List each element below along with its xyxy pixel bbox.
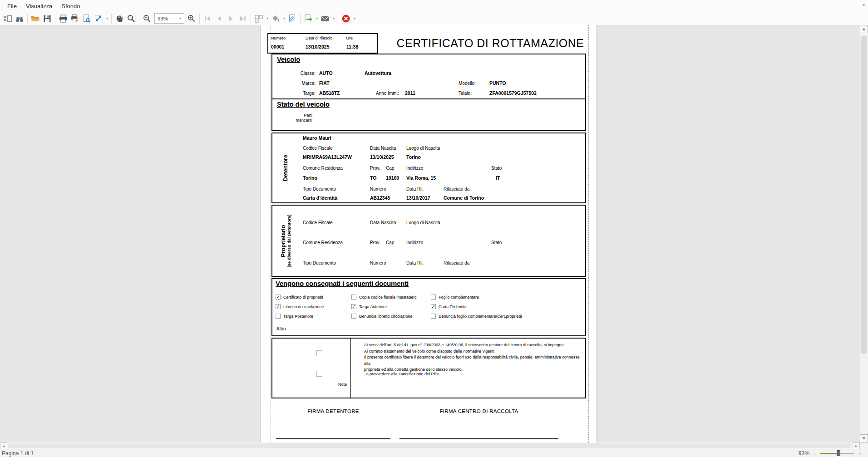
checkbox-copia-codice-fiscale[interactable] [351, 295, 356, 300]
modello-value: PUNTO [489, 80, 506, 86]
toolbar-separator [111, 14, 112, 24]
checkbox-label: Libretto di circolazione [283, 305, 324, 309]
tipo-documento-value: Carta d'identità [303, 195, 337, 201]
documento-numero-label: Numero [370, 260, 386, 265]
toolbar-overflow-caret[interactable]: ▾ [863, 3, 865, 7]
zoom-level-combo[interactable]: 93% ▾ [154, 13, 184, 24]
tipo-documento-label: Tipo Documento [303, 260, 336, 265]
rilasciato-da-value: Comune di Torino [444, 195, 484, 201]
first-page-button[interactable] [202, 13, 213, 24]
parti-mancanti-label: Parti mancanti [272, 113, 312, 123]
open-button[interactable] [30, 13, 41, 24]
codice-fiscale-label: Codice Fiscale [303, 220, 333, 225]
save-button[interactable] [41, 13, 53, 24]
scale-dropdown-caret[interactable]: ▾ [105, 16, 109, 20]
send-email-button[interactable] [319, 13, 331, 24]
document-page[interactable]: Numero Data di rilascio Ore 00001 13/10/… [261, 25, 597, 442]
page-setup-button[interactable] [81, 13, 93, 24]
toolbar-separator [27, 14, 28, 24]
proprietario-side-label: Proprietario [280, 214, 286, 267]
zoom-in-control[interactable]: + [858, 451, 862, 456]
checkbox-libretto-circolazione[interactable] [276, 304, 281, 309]
page-color-dropdown-caret[interactable]: ▾ [282, 16, 286, 20]
hand-tool-button[interactable] [113, 13, 125, 24]
toolbar-separator [55, 14, 55, 24]
checkbox-targa-anteriore[interactable] [351, 304, 356, 309]
scale-button[interactable] [93, 13, 104, 24]
prov-label: Prov. [370, 166, 380, 171]
firma-centro-raccolta-label: FIRMA CENTRO DI RACCOLTA [399, 408, 558, 414]
proprietario-section: Proprietario (se diverso dal Detentore) … [271, 205, 586, 277]
export-dropdown-caret[interactable]: ▾ [315, 16, 319, 20]
numero-value: 00001 [271, 44, 284, 49]
checkbox-denuncia-foglio[interactable] [431, 314, 436, 319]
menu-visualizza[interactable]: Visualizza [21, 1, 57, 11]
zoom-slider-thumb[interactable] [837, 450, 840, 456]
menu-file[interactable]: File [3, 1, 21, 11]
scroll-left-button[interactable]: ◀ [0, 442, 7, 449]
magnifier-tool-button[interactable] [125, 13, 137, 24]
vertical-scrollbar[interactable]: ▲ ▼ [860, 25, 868, 442]
zoom-slider[interactable] [820, 450, 854, 456]
last-page-icon [238, 14, 247, 23]
print-button[interactable] [57, 13, 69, 24]
ore-label: Ore [346, 36, 353, 40]
checkbox-label: Foglio complementare [439, 295, 479, 300]
checkbox-impegno-trattamento[interactable] [316, 350, 322, 356]
data-rilascio-label: Data di rilascio [306, 36, 332, 40]
luogo-nascita-label: Luogo di Nascita [406, 146, 440, 151]
next-page-button[interactable] [225, 13, 237, 24]
watermark-button[interactable] [286, 13, 298, 24]
email-dropdown-caret[interactable]: ▾ [331, 16, 336, 20]
scroll-down-button[interactable]: ▼ [860, 434, 868, 442]
firma-detentore-line [276, 438, 390, 439]
last-page-button[interactable] [237, 13, 249, 24]
data-ril-label: Data Ril. [406, 260, 424, 265]
export-document-button[interactable] [302, 13, 314, 24]
checkbox-foglio-complementare[interactable] [431, 295, 436, 300]
horizontal-scrollbar[interactable]: ◀ ▶ [0, 442, 860, 449]
multiple-pages-button[interactable] [253, 13, 265, 24]
toolbar-separator [199, 14, 200, 24]
prov-value: TO [370, 175, 376, 181]
indirizzo-label: Indirizzo [406, 166, 423, 171]
altro-label: Altro [276, 326, 286, 331]
scroll-up-button[interactable]: ▲ [860, 25, 868, 33]
preview-canvas[interactable]: Numero Data di rilascio Ore 00001 13/10/… [0, 25, 860, 442]
page-color-button[interactable] [270, 13, 281, 24]
quick-print-button[interactable] [69, 13, 81, 24]
menu-sfondo[interactable]: Sfondo [57, 1, 84, 11]
watermark-icon [288, 14, 297, 23]
checkbox-impegno-cancellazione-pra[interactable] [316, 371, 322, 377]
checkbox-carta-identita[interactable] [431, 304, 436, 309]
page-setup-icon [82, 14, 91, 23]
vertical-scroll-thumb[interactable] [861, 36, 867, 354]
search-button[interactable] [14, 13, 25, 24]
stato-label: Stato [491, 240, 502, 245]
multiple-pages-dropdown-caret[interactable]: ▾ [265, 16, 270, 20]
close-dropdown-caret[interactable]: ▾ [352, 16, 357, 20]
classe-desc-value: Autovettura [365, 70, 391, 76]
detentore-section: Detentore Mauro Mauri Codice Fiscale Dat… [271, 133, 586, 203]
checkbox-certificato-proprieta[interactable] [276, 295, 281, 300]
classe-value: AUTO [319, 70, 333, 76]
ore-value: 11:38 [346, 44, 358, 49]
indirizzo-value: Via Roma, 15 [406, 175, 436, 181]
checkbox-targa-posteriore[interactable] [276, 314, 281, 319]
zoom-slider-inactive-track [839, 453, 854, 454]
zoom-out-button[interactable] [141, 13, 153, 24]
horizontal-scroll-thumb[interactable] [8, 443, 851, 448]
detentore-side-column: Detentore [272, 133, 299, 202]
customize-button[interactable] [2, 13, 14, 24]
zoom-combo-caret[interactable]: ▾ [178, 16, 182, 20]
luogo-nascita-label: Luogo di Nascita [406, 220, 440, 225]
modello-label: Modello: [459, 81, 476, 86]
scroll-right-button[interactable]: ▶ [853, 442, 860, 449]
zoom-in-button[interactable] [186, 13, 197, 24]
checkbox-denuncia-libretto[interactable] [351, 314, 356, 319]
dichiarazione-text: Ai sensi dell'art. 5 del d.L.gvo n° 209/… [364, 342, 585, 373]
close-preview-button[interactable] [340, 13, 352, 24]
zoom-out-control[interactable]: − [813, 451, 817, 456]
anno-imm-label: Anno Imm.: [376, 91, 399, 96]
previous-page-button[interactable] [213, 13, 225, 24]
